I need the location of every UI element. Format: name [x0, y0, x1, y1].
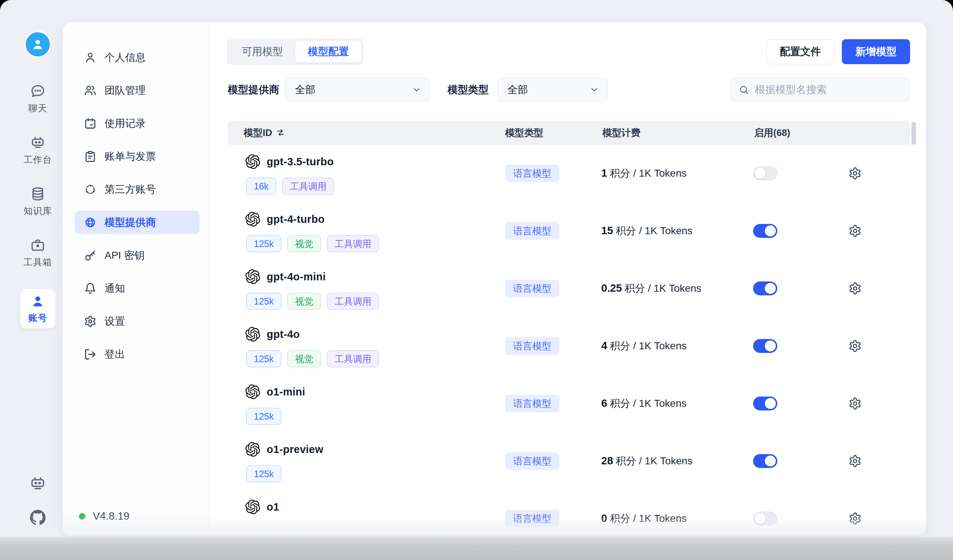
table-row: gpt-4-turbo 125k视觉工具调用 语言模型 15 积分 / 1K T…: [228, 202, 910, 260]
sidebar-item-notifications[interactable]: 通知: [75, 277, 200, 300]
avatar[interactable]: [26, 32, 50, 56]
desktop: 聊天 工作台: [0, 0, 953, 560]
enable-toggle[interactable]: [753, 454, 777, 468]
rail-item-chat[interactable]: 聊天: [20, 84, 55, 114]
chevron-down-icon: [412, 85, 422, 94]
status-dot: [79, 513, 85, 520]
row-settings-button[interactable]: [849, 167, 861, 180]
filter-bar: 模型提供商 全部 模型类型 全部: [228, 77, 910, 102]
enable-toggle[interactable]: [753, 396, 777, 410]
model-billing: 15 积分 / 1K Tokens: [601, 224, 692, 238]
type-select[interactable]: 全部: [497, 78, 607, 102]
logout-icon: [84, 348, 96, 360]
toolbar: 可用模型 模型配置 配置文件 新增模型: [227, 39, 910, 65]
enable-toggle[interactable]: [753, 512, 777, 526]
sidebar-item-label: API 密钥: [104, 249, 144, 262]
model-tags: 125k: [246, 466, 281, 482]
rail-label: 工具箱: [23, 256, 52, 268]
price-value: 6: [601, 397, 607, 409]
model-billing: 0 积分 / 1K Tokens: [601, 512, 687, 526]
sidebar-item-profile[interactable]: 个人信息: [75, 46, 200, 69]
row-settings-button[interactable]: [849, 224, 861, 237]
model-name: gpt-3.5-turbo: [267, 156, 334, 168]
model-name: o1: [267, 501, 279, 513]
sidebar-item-billing[interactable]: 账单与发票: [75, 145, 200, 168]
rail-label: 知识库: [23, 205, 52, 217]
search-input[interactable]: [755, 84, 902, 96]
table-header: 模型ID 模型类型 模型计费 启用(68): [228, 121, 910, 145]
model-tags: 125k: [246, 408, 281, 425]
sidebar-item-usage[interactable]: 使用记录: [75, 112, 200, 135]
robot-shortcut-icon[interactable]: [29, 475, 46, 492]
enable-toggle[interactable]: [753, 166, 777, 180]
price-unit: 积分 / 1K Tokens: [624, 282, 702, 295]
toggle-knob: [765, 225, 776, 237]
model-tag: 工具调用: [282, 178, 334, 195]
account-panel: 个人信息 团队管理: [62, 22, 927, 536]
rail-item-toolbox[interactable]: 工具箱: [20, 237, 55, 268]
header-cell-model-id[interactable]: 模型ID: [244, 121, 286, 145]
model-type-badge: 语言模型: [505, 164, 559, 182]
openai-logo-icon: [245, 442, 260, 456]
rail-nav: 聊天 工作台: [13, 84, 62, 328]
add-model-button[interactable]: 新增模型: [842, 39, 910, 64]
model-tags: 125k视觉工具调用: [246, 350, 379, 367]
row-settings-button[interactable]: [849, 339, 861, 353]
github-icon[interactable]: [30, 509, 46, 526]
config-file-button[interactable]: 配置文件: [766, 39, 835, 64]
enable-toggle[interactable]: [753, 224, 777, 238]
sidebar-item-label: 个人信息: [104, 51, 146, 65]
model-tag: 125k: [246, 466, 281, 482]
key-icon: [84, 249, 96, 262]
row-settings-button[interactable]: [849, 455, 861, 468]
model-billing: 0.25 积分 / 1K Tokens: [601, 282, 702, 295]
database-icon: [30, 186, 45, 201]
sidebar-item-settings[interactable]: 设置: [75, 310, 200, 333]
gear-icon: [849, 512, 861, 525]
model-tags: 16k工具调用: [246, 178, 334, 195]
sidebar-item-model-provider[interactable]: 模型提供商: [75, 211, 200, 234]
toggle-knob: [765, 283, 776, 294]
sidebar-item-api-keys[interactable]: API 密钥: [75, 244, 200, 267]
scrollbar-thumb[interactable]: [911, 122, 916, 145]
row-settings-button[interactable]: [849, 282, 861, 295]
tab-model-config[interactable]: 模型配置: [295, 41, 361, 62]
toggle-knob: [765, 398, 776, 409]
model-head: gpt-4-turbo: [245, 212, 324, 226]
model-type-badge: 语言模型: [505, 222, 559, 240]
row-settings-button[interactable]: [849, 397, 861, 410]
sidebar-item-logout[interactable]: 登出: [75, 343, 200, 366]
price-value: 1: [601, 167, 607, 179]
enable-toggle[interactable]: [753, 282, 777, 295]
gear-icon: [849, 167, 861, 180]
rail-item-workbench[interactable]: 工作台: [20, 135, 55, 166]
header-cell-model-type: 模型类型: [505, 121, 543, 145]
table-row: gpt-4o 125k视觉工具调用 语言模型 4 积分 / 1K Tokens: [228, 317, 910, 375]
model-name: o1-mini: [267, 386, 305, 398]
row-settings-button[interactable]: [849, 512, 861, 525]
model-name: o1-preview: [267, 444, 324, 456]
provider-select-value: 全部: [295, 83, 315, 97]
gear-icon: [849, 339, 861, 353]
toolbar-buttons: 配置文件 新增模型: [766, 39, 910, 64]
enable-toggle[interactable]: [753, 339, 777, 353]
rail-item-account[interactable]: 账号: [20, 289, 55, 328]
left-rail: 聊天 工作台: [13, 0, 62, 560]
price-value: 15: [601, 225, 613, 237]
model-tag: 125k: [246, 408, 281, 425]
user-icon: [84, 51, 96, 64]
sidebar-item-team[interactable]: 团队管理: [75, 79, 200, 102]
tab-group: 可用模型 模型配置: [227, 39, 363, 65]
provider-select[interactable]: 全部: [285, 78, 430, 102]
search-icon: [739, 85, 749, 95]
users-icon: [84, 84, 96, 97]
tab-available-models[interactable]: 可用模型: [229, 41, 295, 62]
price-unit: 积分 / 1K Tokens: [616, 224, 692, 238]
model-table-body: gpt-3.5-turbo 16k工具调用 语言模型 1 积分 / 1K Tok…: [228, 145, 910, 535]
model-billing: 4 积分 / 1K Tokens: [601, 339, 687, 353]
rail-item-knowledge[interactable]: 知识库: [20, 186, 55, 217]
rail-label: 聊天: [28, 102, 47, 114]
model-head: gpt-4o: [245, 327, 300, 342]
bell-icon: [84, 282, 96, 295]
sidebar-item-third-party[interactable]: 第三方账号: [75, 178, 200, 201]
